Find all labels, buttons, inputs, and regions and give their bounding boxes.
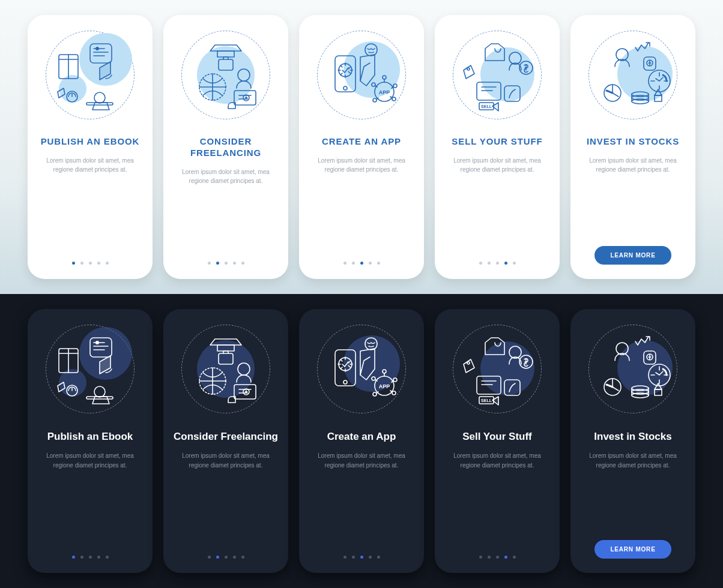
page-dot[interactable] — [208, 262, 211, 265]
onboarding-card-0: PUBLISH AN EBOOKLorem ipsum dolor sit am… — [28, 15, 153, 279]
card-description: Lorem ipsum dolor sit amet, mea regione … — [39, 451, 141, 470]
page-dot[interactable] — [97, 556, 100, 559]
svg-rect-6 — [217, 51, 234, 57]
svg-point-54 — [383, 370, 386, 373]
svg-point-17 — [383, 76, 386, 79]
card-title: INVEST IN STOCKS — [587, 136, 679, 148]
card-title: Publish an Ebook — [47, 430, 133, 443]
onboarding-card-2: APP CREATE AN APPLorem ipsum dolor sit a… — [299, 15, 424, 279]
page-dot[interactable] — [72, 262, 75, 265]
page-dot[interactable] — [106, 556, 109, 559]
page-dot[interactable] — [89, 556, 92, 559]
card-title: Invest in Stocks — [594, 430, 671, 443]
svg-rect-42 — [86, 397, 113, 399]
page-dot[interactable] — [80, 262, 83, 265]
card-description: Lorem ipsum dolor sit amet, mea regione … — [446, 156, 548, 175]
svg-point-66 — [616, 343, 628, 355]
page-dot[interactable] — [369, 556, 372, 559]
illustration — [588, 31, 677, 119]
page-indicator[interactable] — [479, 556, 516, 562]
page-dot[interactable] — [225, 262, 228, 265]
page-dot[interactable] — [343, 556, 346, 559]
onboarding-card-3: SELL SELL YOUR STUFFLorem ipsum dolor si… — [435, 15, 560, 279]
onboarding-card-3: SELL Sell Your StuffLorem ipsum dolor si… — [435, 309, 560, 573]
onboarding-card-0: Publish an EbookLorem ipsum dolor sit am… — [28, 309, 153, 573]
svg-text:SELL: SELL — [481, 104, 492, 109]
illustration — [181, 325, 270, 413]
page-dot[interactable] — [72, 556, 75, 559]
svg-point-58 — [372, 377, 375, 380]
svg-point-21 — [372, 83, 375, 86]
illustration — [181, 31, 270, 119]
page-dot[interactable] — [352, 262, 355, 265]
page-dot[interactable] — [488, 262, 491, 265]
svg-rect-7 — [219, 59, 233, 70]
card-title: CONSIDER FREELANCING — [172, 136, 280, 159]
svg-point-18 — [393, 84, 397, 88]
svg-rect-63 — [504, 380, 520, 395]
page-dot[interactable] — [233, 556, 236, 559]
page-dot[interactable] — [216, 262, 219, 265]
onboarding-card-2: APP Create an AppLorem ipsum dolor sit a… — [299, 309, 424, 573]
page-dot[interactable] — [352, 556, 355, 559]
page-dot[interactable] — [241, 556, 244, 559]
onboarding-card-1: CONSIDER FREELANCINGLorem ipsum dolor si… — [163, 15, 288, 279]
page-dot[interactable] — [233, 262, 236, 265]
page-indicator[interactable] — [72, 262, 109, 268]
card-description: Lorem ipsum dolor sit amet, mea regione … — [310, 451, 413, 470]
svg-rect-5 — [86, 103, 113, 105]
card-description: Lorem ipsum dolor sit amet, mea regione … — [175, 451, 277, 470]
learn-more-button[interactable]: LEARN MORE — [594, 246, 671, 265]
dark-row: Publish an EbookLorem ipsum dolor sit am… — [0, 294, 723, 588]
page-dot[interactable] — [513, 262, 516, 265]
learn-more-button[interactable]: LEARN MORE — [594, 540, 671, 559]
card-description: Lorem ipsum dolor sit amet, mea regione … — [310, 156, 413, 175]
svg-point-59 — [467, 362, 470, 364]
svg-text:APP: APP — [379, 383, 390, 389]
illustration — [588, 325, 677, 413]
page-indicator[interactable] — [72, 556, 109, 562]
card-description: Lorem ipsum dolor sit amet, mea regione … — [175, 167, 277, 186]
page-indicator[interactable] — [343, 262, 380, 268]
svg-point-50 — [343, 380, 347, 384]
page-dot[interactable] — [343, 262, 346, 265]
illustration — [46, 31, 135, 119]
card-title: CREATE AN APP — [322, 136, 401, 148]
page-indicator[interactable] — [208, 262, 244, 268]
svg-rect-44 — [219, 353, 233, 364]
page-dot[interactable] — [225, 556, 228, 559]
svg-point-19 — [392, 97, 396, 101]
page-dot[interactable] — [216, 556, 219, 559]
page-dot[interactable] — [504, 262, 507, 265]
card-title: Consider Freelancing — [174, 430, 278, 443]
page-dot[interactable] — [513, 556, 516, 559]
svg-point-39 — [95, 341, 99, 344]
page-dot[interactable] — [360, 556, 363, 559]
page-indicator[interactable] — [343, 556, 380, 562]
page-dot[interactable] — [504, 556, 507, 559]
page-dot[interactable] — [369, 262, 372, 265]
page-dot[interactable] — [241, 262, 244, 265]
svg-point-13 — [343, 86, 347, 90]
page-indicator[interactable] — [208, 556, 244, 562]
page-dot[interactable] — [80, 556, 83, 559]
svg-text:SELL: SELL — [481, 398, 492, 403]
page-indicator[interactable] — [479, 262, 516, 268]
page-dot[interactable] — [89, 262, 92, 265]
card-title: Sell Your Stuff — [462, 430, 532, 443]
page-dot[interactable] — [496, 262, 499, 265]
card-description: Lorem ipsum dolor sit amet, mea regione … — [582, 156, 684, 175]
page-dot[interactable] — [360, 262, 363, 265]
page-dot[interactable] — [377, 262, 380, 265]
onboarding-card-4: INVEST IN STOCKSLorem ipsum dolor sit am… — [570, 15, 695, 279]
page-dot[interactable] — [97, 262, 100, 265]
illustration — [46, 325, 135, 413]
page-dot[interactable] — [479, 556, 482, 559]
page-dot[interactable] — [377, 556, 380, 559]
page-dot[interactable] — [479, 262, 482, 265]
page-dot[interactable] — [106, 262, 109, 265]
page-dot[interactable] — [488, 556, 491, 559]
svg-rect-73 — [655, 389, 662, 395]
page-dot[interactable] — [208, 556, 211, 559]
page-dot[interactable] — [496, 556, 499, 559]
